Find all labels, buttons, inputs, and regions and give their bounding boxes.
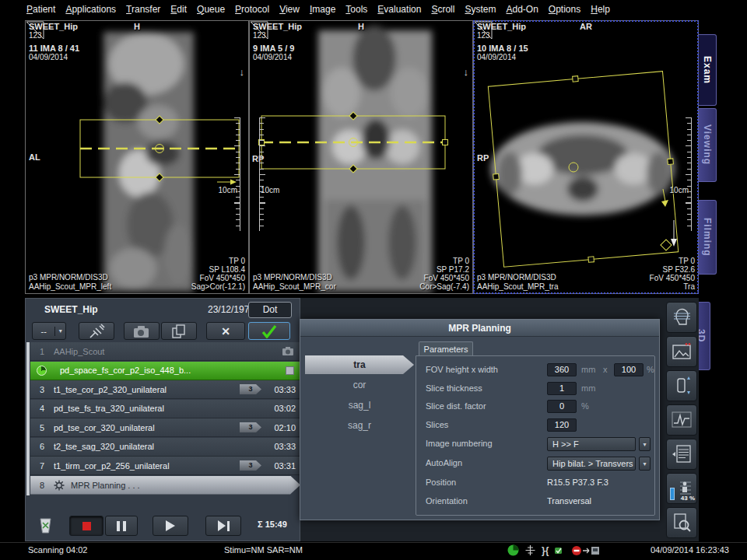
- protocol-row-4[interactable]: 4 pd_tse_fs_tra_320_unilateral 03:02: [30, 400, 300, 418]
- syringe-icon: [88, 324, 105, 339]
- viewport-corner-icon[interactable]: [474, 21, 493, 40]
- viewport-corner-icon[interactable]: [250, 21, 268, 40]
- protocol-list: 1 AAHip_Scout pd_space_fs_cor_p2_iso_448…: [30, 342, 300, 495]
- sar-monitor-button[interactable]: 43 %: [666, 473, 697, 504]
- viewport-sagittal[interactable]: SWEET_Hip 123 11 IMA 8 / 41 04/09/2014 H…: [25, 20, 249, 294]
- table-position-icon: [524, 544, 536, 556]
- menu-evaluation[interactable]: Evaluation: [377, 4, 421, 15]
- menu-view[interactable]: View: [279, 4, 300, 15]
- play-button[interactable]: [153, 516, 188, 536]
- image-search-button[interactable]: [666, 507, 697, 538]
- protocol-row-3[interactable]: 3 t1_tse_cor_p2_320_unilateral 3 03:33: [30, 380, 300, 399]
- roi-overlay-coronal[interactable]: [250, 21, 473, 294]
- range-item-tra[interactable]: tra: [305, 355, 414, 374]
- menu-queue[interactable]: Queue: [197, 4, 225, 15]
- step-name: t1_tse_cor_p2_320_unilateral: [54, 385, 240, 394]
- coil-braces-icon: }{: [542, 545, 549, 556]
- copy-icon: [170, 324, 188, 339]
- menu-options[interactable]: Options: [549, 4, 580, 15]
- chevron-down-icon[interactable]: ▾: [639, 457, 651, 471]
- image-gallery-button[interactable]: [666, 336, 697, 367]
- list-scrollbar[interactable]: [26, 342, 30, 495]
- fov-height-input[interactable]: 360: [547, 363, 577, 376]
- viewport-coronal[interactable]: SWEET_Hip 123 9 IMA 5 / 9 04/09/2014 H R…: [249, 20, 473, 294]
- scroll-down-icon[interactable]: ↓: [240, 66, 245, 78]
- copy-reference-button[interactable]: [124, 322, 160, 340]
- autoalign-select[interactable]: Hip bilat. > Transvers: [547, 457, 636, 471]
- protocol-row-1[interactable]: 1 AAHip_Scout: [30, 342, 300, 361]
- vp2-series: AAHip_Scout_MPR_cor: [253, 282, 336, 291]
- range-item-sag-r[interactable]: sag_r: [305, 416, 414, 435]
- image-numbering-select[interactable]: H >> F: [547, 437, 636, 451]
- field-separator: x: [603, 365, 608, 374]
- tab-viewing[interactable]: Viewing: [699, 108, 717, 182]
- menu-protocol[interactable]: Protocol: [235, 4, 269, 15]
- vp3-plane: Tra: [683, 282, 695, 291]
- vp2-proc: p3 MPR/NORM/DIS3D: [253, 273, 332, 282]
- protocol-queue-panel: SWEET_Hip 23/12/1977 Dot -- ▾: [25, 298, 300, 541]
- step-number: 4: [30, 404, 54, 413]
- physio-curve-button[interactable]: [666, 404, 697, 436]
- timer-pie-icon: [507, 544, 519, 556]
- chevron-down-icon[interactable]: ▾: [55, 327, 65, 334]
- contrast-injection-button[interactable]: [79, 322, 114, 340]
- range-item-sag-l[interactable]: sag_l: [305, 396, 414, 415]
- menu-patient[interactable]: Patient: [26, 4, 55, 15]
- menu-applications[interactable]: Applications: [65, 4, 116, 15]
- protocol-document-button[interactable]: [666, 439, 697, 470]
- pause-button[interactable]: [105, 516, 138, 536]
- copy-reference-badge: 3: [240, 384, 261, 394]
- scroll-down-icon[interactable]: ↓: [464, 66, 469, 78]
- chevron-down-icon[interactable]: ▾: [639, 437, 651, 451]
- patient-reposition-button[interactable]: [666, 370, 697, 401]
- slice-dist-input[interactable]: 0: [547, 400, 577, 413]
- roi-overlay-sagittal[interactable]: [26, 21, 249, 294]
- menu-edit[interactable]: Edit: [170, 4, 187, 15]
- viewport-transversal[interactable]: SWEET_Hip 123 10 IMA 8 / 15 04/09/2014 A…: [473, 20, 699, 294]
- vp2-ruler-label: 10cm: [261, 186, 279, 194]
- menu-transfer[interactable]: Transfer: [126, 4, 160, 15]
- range-list: tra cor sag_l sag_r: [305, 355, 414, 436]
- protocol-row-5[interactable]: 5 pd_tse_cor_320_unilateral 3 02:10: [30, 418, 300, 437]
- combo-button[interactable]: -- ▾: [32, 322, 66, 340]
- copy-protocol-button[interactable]: [161, 322, 197, 340]
- mpr-3d-tool-button[interactable]: [666, 302, 697, 333]
- skip-button[interactable]: [205, 516, 241, 536]
- dialog-title[interactable]: MPR Planning: [300, 320, 659, 337]
- field-unit: %: [647, 365, 654, 374]
- step-name: pd_space_fs_cor_p2_iso_448_b...: [60, 366, 286, 375]
- dot-button[interactable]: Dot: [248, 302, 292, 318]
- slices-input[interactable]: 120: [547, 418, 577, 432]
- tab-parameters[interactable]: Parameters: [419, 341, 473, 356]
- stop-button[interactable]: [69, 516, 103, 536]
- cancel-step-button[interactable]: ✕: [206, 322, 245, 340]
- step-name: pd_tse_cor_320_unilateral: [54, 423, 240, 432]
- tab-filming[interactable]: Filming: [699, 200, 717, 275]
- menu-scroll[interactable]: Scroll: [431, 4, 454, 15]
- protocol-row-8-selected[interactable]: 8 MPR Planning . . .: [30, 476, 300, 495]
- menu-addon[interactable]: Add-On: [506, 4, 538, 15]
- step-duration: 03:02: [269, 404, 300, 413]
- protocol-row-2-running[interactable]: pd_space_fs_cor_p2_iso_448_b...: [30, 362, 300, 380]
- delete-button[interactable]: [35, 516, 55, 539]
- roi-overlay-transversal[interactable]: [474, 21, 699, 294]
- apply-button[interactable]: [248, 322, 290, 340]
- field-label: Image numbering: [426, 439, 493, 448]
- fov-width-input[interactable]: 100: [614, 363, 644, 376]
- image-icon: [671, 341, 693, 362]
- field-label: Slice thickness: [426, 383, 482, 393]
- menu-image[interactable]: Image: [310, 4, 335, 15]
- menu-tools[interactable]: Tools: [345, 4, 367, 15]
- check-icon: [261, 324, 277, 338]
- field-image-numbering: Image numbering H >> F ▾: [416, 437, 654, 451]
- menu-help[interactable]: Help: [591, 4, 610, 15]
- tab-exam[interactable]: Exam: [699, 34, 717, 106]
- step-duration: 02:10: [269, 423, 300, 432]
- slice-thickness-input[interactable]: 1: [547, 382, 577, 395]
- menu-system[interactable]: System: [465, 4, 496, 15]
- vp3-proc: p3 MPR/NORM/DIS3D: [477, 273, 556, 282]
- range-item-cor[interactable]: cor: [305, 376, 414, 394]
- protocol-row-6[interactable]: 6 t2_tse_sag_320_unilateral 03:33: [30, 438, 300, 457]
- protocol-row-7[interactable]: 7 t1_tirm_cor_p2_256_unilateral 3 03:31: [30, 457, 300, 475]
- viewport-corner-icon[interactable]: [26, 21, 44, 40]
